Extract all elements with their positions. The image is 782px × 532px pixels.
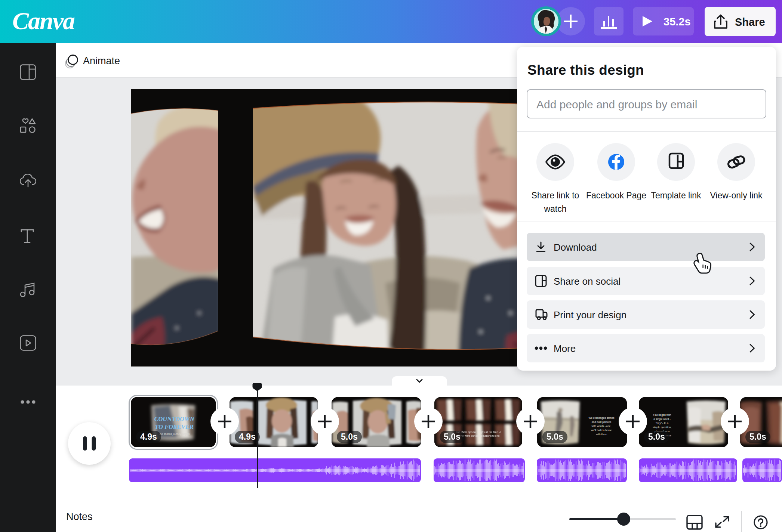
svg-text:with them: with them [595, 433, 607, 436]
svg-text:and built palaces: and built palaces [592, 421, 612, 424]
svg-text:COUNTDOWN: COUNTDOWN [154, 415, 194, 423]
svg-text:We exchanged stories: We exchanged stories [588, 417, 615, 420]
svg-text:Our shared journey begins: Our shared journey begins [159, 433, 190, 436]
svg-text:a single word -: a single word - [653, 418, 671, 421]
svg-text:with words - one,: with words - one, [591, 425, 612, 427]
svg-text:It all began with: It all began with [653, 414, 671, 417]
svg-text:simple question,: simple question, [653, 426, 672, 429]
svg-text:TO FOREVER: TO FOREVER [155, 423, 194, 430]
svg-text:"hey" - to a: "hey" - to a [656, 422, 668, 425]
svg-text:we'll build a home: we'll build a home [591, 429, 612, 432]
